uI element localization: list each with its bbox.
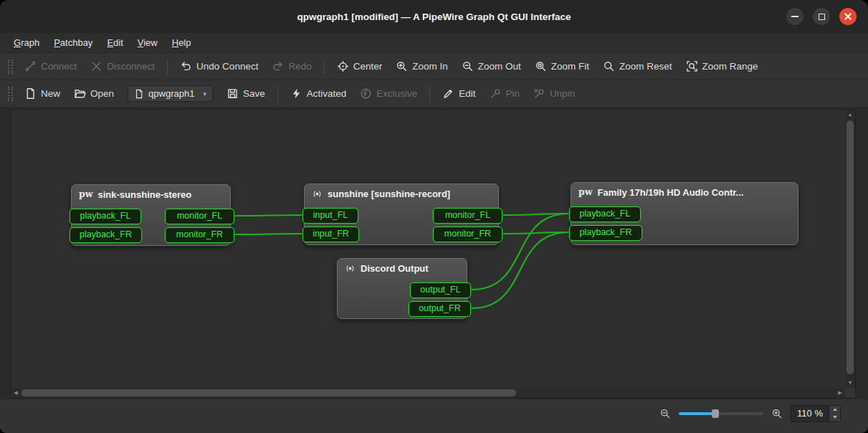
- toolbar-separator: [277, 86, 278, 102]
- zoom-slider[interactable]: [679, 408, 763, 419]
- open-button[interactable]: Open: [68, 85, 120, 103]
- connection-wire[interactable]: [235, 234, 302, 234]
- redo-icon: [272, 60, 284, 72]
- connection-wire[interactable]: [503, 214, 568, 215]
- graph-node[interactable]: pwFamily 17h/19h HD Audio Contr...playba…: [571, 182, 798, 245]
- scrollbar-corner: [845, 388, 855, 398]
- port-output[interactable]: output_FR: [409, 301, 471, 317]
- connection-wire[interactable]: [503, 232, 568, 234]
- unpin-button[interactable]: Unpin: [528, 85, 581, 103]
- scroll-down-button[interactable]: ▼: [845, 378, 855, 388]
- minimize-icon: [791, 16, 798, 17]
- node-title: Discord Output: [361, 263, 429, 274]
- graph-node[interactable]: pwsink-sunshine-stereoplayback_FLplaybac…: [71, 184, 231, 246]
- slider-fill: [679, 412, 715, 415]
- port-input[interactable]: input_FL: [302, 208, 358, 224]
- undo-icon: [180, 60, 192, 72]
- connect-button[interactable]: Connect: [19, 57, 82, 75]
- menu-edit[interactable]: Edit: [100, 35, 129, 50]
- new-document-icon: [24, 87, 37, 100]
- connection-wire[interactable]: [235, 215, 302, 216]
- minimize-button[interactable]: [786, 8, 803, 25]
- edit-toggle[interactable]: Edit: [437, 85, 481, 103]
- port-input[interactable]: input_FR: [302, 227, 359, 242]
- spin-buttons: [829, 406, 840, 422]
- menu-patchbay[interactable]: Patchbay: [47, 35, 99, 50]
- maximize-button[interactable]: [813, 8, 830, 25]
- zoom-out-button[interactable]: Zoom Out: [456, 57, 527, 75]
- port-input[interactable]: playback_FR: [569, 225, 642, 241]
- wire-layer: [11, 110, 844, 388]
- zoom-reset-button[interactable]: Zoom Reset: [597, 57, 678, 75]
- close-button[interactable]: [839, 8, 857, 25]
- horizontal-scrollbar[interactable]: ◀ ▶: [11, 388, 845, 398]
- zoom-slider-handle[interactable]: [712, 409, 719, 418]
- port-output[interactable]: monitor_FR: [433, 227, 502, 242]
- zoom-range-icon: [686, 60, 698, 72]
- exclusive-toggle[interactable]: Exclusive: [354, 85, 423, 103]
- canvas-frame: pwsink-sunshine-stereoplayback_FLplaybac…: [10, 109, 856, 399]
- activated-toggle[interactable]: Activated: [285, 85, 353, 103]
- maximize-icon: [819, 14, 825, 20]
- port-input[interactable]: playback_FL: [70, 209, 141, 224]
- node-header: pwsink-sunshine-stereo: [72, 185, 230, 202]
- scroll-left-button[interactable]: ◀: [11, 388, 21, 398]
- redo-button[interactable]: Redo: [266, 57, 317, 75]
- file-icon: [134, 89, 144, 99]
- center-icon: [337, 60, 349, 72]
- port-output[interactable]: monitor_FL: [165, 209, 234, 224]
- record-icon: [312, 189, 323, 199]
- graph-node[interactable]: sunshine [sunshine-record]input_FLinput_…: [304, 184, 499, 245]
- save-icon: [226, 87, 239, 100]
- pin-button[interactable]: Pin: [484, 85, 526, 103]
- window-title: qpwgraph1 [modified] — A PipeWire Graph …: [297, 11, 571, 22]
- zoom-fit-icon: [535, 60, 547, 72]
- status-bar: 110 %: [0, 399, 868, 433]
- zoom-spinbox[interactable]: 110 %: [791, 405, 841, 422]
- title-bar[interactable]: qpwgraph1 [modified] — A PipeWire Graph …: [0, 0, 868, 33]
- port-output[interactable]: monitor_FL: [433, 208, 502, 224]
- content-area: pwsink-sunshine-stereoplayback_FLplaybac…: [0, 108, 868, 399]
- menu-graph[interactable]: Graph: [7, 35, 46, 50]
- zoom-in-icon[interactable]: [771, 408, 783, 419]
- toolbar-handle[interactable]: [8, 87, 13, 101]
- zoom-range-button[interactable]: Zoom Range: [680, 57, 764, 75]
- zoom-fit-button[interactable]: Zoom Fit: [529, 57, 595, 75]
- center-button[interactable]: Center: [331, 57, 388, 75]
- menu-help[interactable]: Help: [166, 35, 198, 50]
- disconnect-button[interactable]: Disconnect: [85, 57, 161, 75]
- spin-up-button[interactable]: [829, 406, 840, 414]
- save-button[interactable]: Save: [221, 85, 271, 103]
- zoom-value: 110 %: [791, 408, 829, 419]
- toolbar-handle[interactable]: [8, 60, 13, 74]
- port-input[interactable]: playback_FR: [70, 227, 142, 243]
- exclusive-icon: [360, 87, 372, 100]
- open-folder-icon: [74, 87, 86, 100]
- menu-view[interactable]: View: [131, 35, 164, 50]
- connect-icon: [24, 60, 37, 72]
- patchbay-profile-combo[interactable]: qpwgraph1 ▾: [128, 85, 213, 102]
- zoom-out-icon: [462, 60, 474, 72]
- graph-node[interactable]: Discord Outputoutput_FLoutput_FR: [337, 258, 467, 319]
- arrow-down-icon: [833, 416, 837, 419]
- graph-canvas[interactable]: pwsink-sunshine-stereoplayback_FLplaybac…: [11, 110, 845, 388]
- graph-toolbar: Connect Disconnect Undo Connect Redo Cen…: [0, 53, 868, 80]
- lightning-icon: [290, 87, 302, 100]
- vertical-scrollbar[interactable]: ▲ ▼: [845, 110, 855, 388]
- node-title: sunshine [sunshine-record]: [328, 189, 450, 199]
- record-icon: [345, 263, 356, 274]
- port-output[interactable]: output_FL: [410, 282, 471, 298]
- scroll-right-button[interactable]: ▶: [835, 388, 845, 398]
- pencil-icon: [442, 87, 454, 100]
- menu-bar: Graph Patchbay Edit View Help: [0, 33, 868, 53]
- port-input[interactable]: playback_FL: [569, 206, 641, 222]
- port-output[interactable]: monitor_FR: [165, 227, 234, 243]
- spin-down-button[interactable]: [829, 414, 840, 422]
- horizontal-scroll-handle[interactable]: [22, 389, 516, 396]
- zoom-out-icon[interactable]: [659, 408, 671, 419]
- new-button[interactable]: New: [19, 85, 66, 103]
- scroll-up-button[interactable]: ▲: [845, 110, 855, 120]
- vertical-scroll-handle[interactable]: [846, 120, 854, 374]
- undo-connect-button[interactable]: Undo Connect: [174, 57, 264, 75]
- zoom-in-button[interactable]: Zoom In: [390, 57, 454, 75]
